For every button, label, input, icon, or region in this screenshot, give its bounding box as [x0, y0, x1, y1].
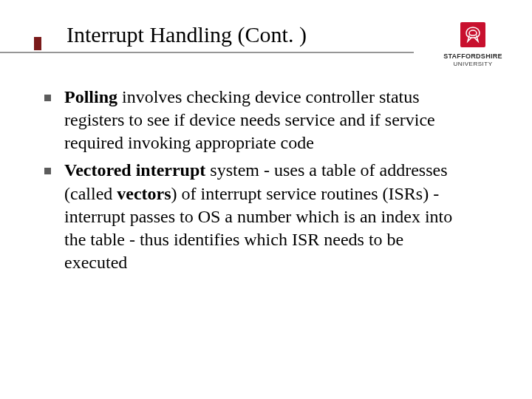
staffordshire-knot-icon — [460, 22, 485, 47]
header: Interrupt Handling (Cont. ) STAFFORDSHIR… — [37, 22, 502, 67]
title-wrap: Interrupt Handling (Cont. ) — [37, 22, 436, 53]
university-logo: STAFFORDSHIRE UNIVERSITY — [436, 22, 510, 67]
title-accent — [34, 37, 41, 50]
list-item: Vectored interrupt system - uses a table… — [44, 159, 458, 274]
content: Polling involves checking device control… — [37, 86, 502, 275]
bullet-icon — [44, 95, 51, 101]
title-divider — [0, 52, 414, 53]
bullet-text: Polling involves checking device control… — [64, 86, 458, 155]
bullet-icon — [44, 168, 51, 174]
bullet-text: Vectored interrupt system - uses a table… — [64, 159, 458, 274]
page-title: Interrupt Handling (Cont. ) — [66, 22, 436, 50]
list-item: Polling involves checking device control… — [44, 86, 458, 155]
logo-text-line2: UNIVERSITY — [436, 61, 510, 67]
logo-text-line1: STAFFORDSHIRE — [436, 53, 510, 61]
slide: Interrupt Handling (Cont. ) STAFFORDSHIR… — [0, 0, 532, 399]
